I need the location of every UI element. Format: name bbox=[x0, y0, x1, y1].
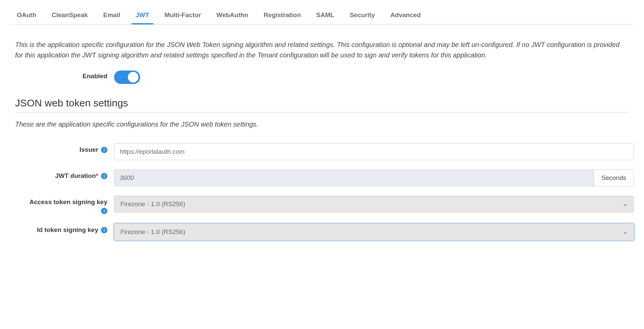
tab-cleanspeak[interactable]: CleanSpeak bbox=[52, 7, 88, 24]
intro-text: This is the application specific configu… bbox=[15, 40, 629, 60]
tab-webauthn[interactable]: WebAuthn bbox=[216, 7, 248, 24]
id-key-label: Id token signing key bbox=[37, 226, 98, 234]
tab-security[interactable]: Security bbox=[350, 7, 375, 24]
info-icon[interactable]: i bbox=[101, 173, 107, 179]
enabled-toggle[interactable] bbox=[114, 70, 140, 84]
issuer-input[interactable] bbox=[114, 143, 634, 160]
tab-oauth[interactable]: OAuth bbox=[17, 7, 36, 24]
required-marker: * bbox=[96, 172, 98, 179]
access-key-label: Access token signing key bbox=[30, 198, 107, 206]
access-key-value: Firezone - 1.0 (RS256) bbox=[120, 200, 185, 208]
tab-registration[interactable]: Registration bbox=[264, 7, 301, 24]
duration-input[interactable] bbox=[114, 170, 594, 186]
tab-multi-factor[interactable]: Multi-Factor bbox=[165, 7, 201, 24]
tab-saml[interactable]: SAML bbox=[316, 7, 334, 24]
section-title: JSON web token settings bbox=[15, 97, 629, 112]
section-desc: These are the application specific confi… bbox=[15, 121, 629, 128]
duration-unit: Seconds bbox=[594, 170, 634, 186]
tab-bar: OAuth CleanSpeak Email JWT Multi-Factor … bbox=[10, 7, 634, 25]
tab-email[interactable]: Email bbox=[103, 7, 120, 24]
tab-advanced[interactable]: Advanced bbox=[390, 7, 421, 24]
tab-jwt[interactable]: JWT bbox=[136, 7, 149, 24]
toggle-knob-icon bbox=[128, 72, 139, 83]
info-icon[interactable]: i bbox=[101, 227, 107, 233]
access-key-select[interactable]: Firezone - 1.0 (RS256) bbox=[114, 196, 634, 213]
id-key-value: Firezone - 1.0 (RS256) bbox=[120, 228, 185, 236]
duration-label: JWT duration bbox=[55, 172, 96, 179]
info-icon[interactable]: i bbox=[101, 147, 107, 153]
enabled-label: Enabled bbox=[83, 73, 107, 80]
chevron-down-icon bbox=[623, 230, 628, 234]
id-key-select[interactable]: Firezone - 1.0 (RS256) bbox=[114, 224, 634, 240]
issuer-label: Issuer bbox=[79, 146, 98, 153]
info-icon[interactable]: i bbox=[101, 208, 107, 214]
chevron-down-icon bbox=[623, 202, 628, 206]
